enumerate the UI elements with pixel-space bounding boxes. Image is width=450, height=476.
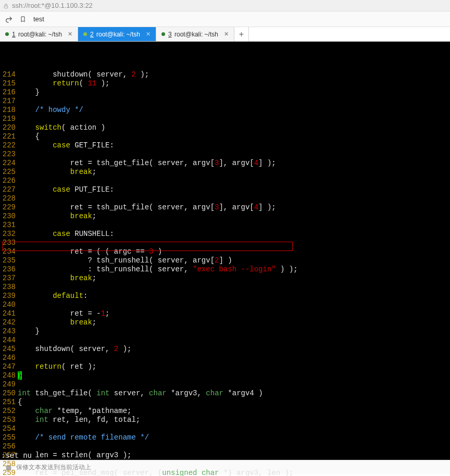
code-content: } — [18, 371, 450, 380]
code-content: return( 11 ); — [18, 79, 450, 88]
code-content: ret = ( ( argc == 3 ) — [18, 247, 450, 256]
code-line: 238 — [0, 283, 450, 292]
code-content: char *temp, *pathname; — [18, 407, 450, 416]
code-line: 251{ — [0, 398, 450, 407]
code-line: 234 ret = ( ( argc == 3 ) — [0, 247, 450, 256]
line-number: 252 — [0, 407, 18, 416]
line-number: 224 — [0, 159, 18, 168]
svg-rect-0 — [4, 6, 7, 8]
code-content — [18, 442, 450, 451]
code-content: ret = pel_send_msg( server, (unsigned ch… — [18, 469, 450, 476]
line-number: 242 — [0, 318, 18, 327]
terminal[interactable]: 214 shutdown( server, 2 );215 return( 11… — [0, 42, 450, 460]
code-content: break; — [18, 274, 450, 283]
tab-3[interactable]: 3 root@kali: ~/tsh ✕ — [156, 27, 234, 41]
line-number: 250 — [0, 389, 18, 398]
code-line: 227 case PUT_FILE: — [0, 185, 450, 194]
code-line: 239 default: — [0, 292, 450, 300]
code-line: 256 — [0, 442, 450, 451]
line-number: 246 — [0, 354, 18, 362]
code-content: : tsh_runshell( server, "exec bash --log… — [18, 265, 450, 274]
code-line: 235 ? tsh_runshell( server, argv[2] ) — [0, 256, 450, 265]
line-number: 254 — [0, 424, 18, 433]
code-line: 221 { — [0, 132, 450, 141]
line-number: 222 — [0, 141, 18, 150]
code-line: 222 case GET_FILE: — [0, 141, 450, 150]
line-number: 258 — [0, 460, 18, 469]
close-icon[interactable]: ✕ — [224, 31, 229, 37]
line-number: 215 — [0, 79, 18, 88]
add-tab-button[interactable]: + — [234, 27, 249, 41]
code-content: { — [18, 398, 450, 407]
tabs-bar: 1 root@kali: ~/tsh ✕ 2 root@kali: ~/tsh … — [0, 27, 450, 42]
code-content: case RUNSHELL: — [18, 230, 450, 239]
code-line: 246 — [0, 354, 450, 362]
line-number: 225 — [0, 168, 18, 177]
code-line: 233 — [0, 239, 450, 247]
line-number: 226 — [0, 177, 18, 185]
code-line: 241 ret = -1; — [0, 309, 450, 318]
line-number: 234 — [0, 247, 18, 256]
code-content: ? tsh_runshell( server, argv[2] ) — [18, 256, 450, 265]
code-content: case PUT_FILE: — [18, 185, 450, 194]
code-content: /* send remote filename */ — [18, 433, 450, 442]
vim-status-line: :set nu — [1, 451, 32, 460]
code-line: 225 break; — [0, 168, 450, 177]
line-number: 221 — [0, 132, 18, 141]
code-content — [18, 221, 450, 230]
lock-icon — [3, 2, 9, 9]
code-content — [18, 460, 450, 469]
code-content: len = strlen( argv3 ); — [18, 451, 450, 460]
code-content — [18, 115, 450, 123]
tab-2[interactable]: 2 root@kali: ~/tsh ✕ — [78, 27, 156, 41]
code-content — [18, 424, 450, 433]
line-number: 235 — [0, 256, 18, 265]
code-line: 230 break; — [0, 212, 450, 221]
code-line: 247 return( ret ); — [0, 362, 450, 371]
code-content — [18, 336, 450, 345]
line-number: 219 — [0, 115, 18, 123]
line-number: 241 — [0, 309, 18, 318]
line-number: 255 — [0, 433, 18, 442]
code-content — [18, 354, 450, 362]
code-content: shutdown( server, 2 ); — [18, 70, 450, 79]
bookmark-label[interactable]: test — [33, 15, 44, 23]
code-line: 232 case RUNSHELL: — [0, 230, 450, 239]
code-content: ret = tsh_put_file( server, argv[3], arg… — [18, 203, 450, 212]
code-line: 240 — [0, 300, 450, 309]
code-line: 214 shutdown( server, 2 ); — [0, 70, 450, 79]
code-line: 257 len = strlen( argv3 ); — [0, 451, 450, 460]
close-icon[interactable]: ✕ — [146, 31, 151, 37]
line-number: 233 — [0, 239, 18, 247]
line-number: 229 — [0, 203, 18, 212]
address-text: ssh://root:*@10.1.100.3:22 — [12, 2, 93, 9]
bookmark-icon[interactable] — [20, 15, 26, 23]
line-number: 231 — [0, 221, 18, 230]
code-content — [18, 283, 450, 292]
code-content — [18, 239, 450, 247]
title-bar: ssh://root:*@10.1.100.3:22 — [0, 0, 450, 11]
tab-1[interactable]: 1 root@kali: ~/tsh ✕ — [0, 27, 78, 41]
code-line: 228 — [0, 194, 450, 203]
code-line: 244 — [0, 336, 450, 345]
code-line: 217 — [0, 97, 450, 106]
code-line: 259 ret = pel_send_msg( server, (unsigne… — [0, 469, 450, 476]
line-number: 214 — [0, 70, 18, 79]
line-number: 220 — [0, 123, 18, 132]
line-number: 243 — [0, 327, 18, 336]
line-number: 230 — [0, 212, 18, 221]
code-line: 218 /* howdy */ — [0, 106, 450, 115]
code-content — [18, 150, 450, 159]
line-number: 223 — [0, 150, 18, 159]
line-number: 228 — [0, 194, 18, 203]
line-number: 248 — [0, 371, 18, 380]
code-line: 250int tsh_get_file( int server, char *a… — [0, 389, 450, 398]
forward-icon[interactable] — [5, 15, 12, 23]
code-content: ret = tsh_get_file( server, argv[3], arg… — [18, 159, 450, 168]
close-icon[interactable]: ✕ — [68, 31, 72, 37]
line-number: 232 — [0, 230, 18, 239]
line-number: 236 — [0, 265, 18, 274]
code-line: 237 break; — [0, 274, 450, 283]
code-content: } — [18, 88, 450, 97]
code-content: switch( action ) — [18, 123, 450, 132]
